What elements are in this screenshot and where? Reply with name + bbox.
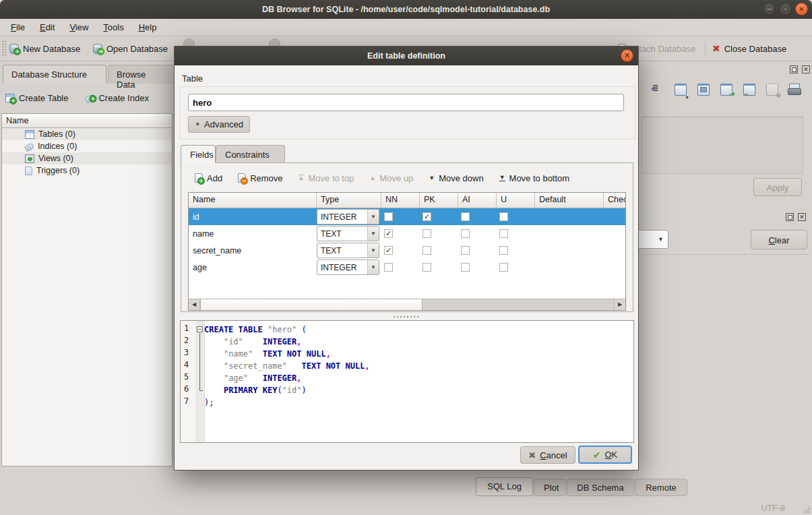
create-table-button[interactable]: Create Table: [5, 93, 68, 103]
column-header-check[interactable]: Check: [604, 193, 626, 208]
pk-checkbox[interactable]: [423, 246, 431, 255]
tab-database-structure[interactable]: Database Structure: [3, 65, 106, 84]
column-header-u[interactable]: U: [497, 193, 535, 208]
table-name-input[interactable]: [188, 94, 624, 111]
remove-button[interactable]: Remove: [238, 173, 282, 183]
check-cell[interactable]: [604, 225, 626, 242]
move-down-button[interactable]: ▼Move down: [429, 173, 483, 183]
field-name-cell[interactable]: secret_name: [189, 242, 317, 259]
default-cell[interactable]: [535, 225, 604, 242]
nn-checkbox[interactable]: ✓: [384, 246, 393, 255]
column-header-type[interactable]: Type: [317, 193, 381, 208]
default-cell[interactable]: [535, 259, 604, 276]
open-browser-icon[interactable]: ∞: [742, 82, 757, 97]
nn-checkbox[interactable]: ✓: [384, 229, 393, 238]
nn-checkbox[interactable]: [384, 212, 393, 221]
tab-sql-log[interactable]: SQL Log: [476, 477, 533, 496]
save-sql-file-icon[interactable]: [696, 82, 711, 97]
tab-db-schema[interactable]: DB Schema: [567, 479, 634, 496]
field-row-name[interactable]: nameTEXT▼✓: [189, 225, 625, 242]
toolbar-item-close-database[interactable]: ✖Close Database: [712, 40, 786, 57]
tab-fields[interactable]: Fields: [181, 145, 216, 163]
advanced-button[interactable]: ▼ Advanced: [188, 116, 250, 133]
cancel-button[interactable]: ✖ Cancel: [520, 446, 575, 464]
close-window-button[interactable]: ✕: [795, 3, 808, 16]
scroll-left-arrow[interactable]: ◀: [189, 299, 200, 310]
apply-button[interactable]: Apply: [753, 178, 802, 196]
u-checkbox[interactable]: [499, 229, 508, 238]
execute-sql-icon[interactable]: ➜: [719, 82, 734, 97]
default-cell[interactable]: [535, 208, 604, 225]
column-header-nn[interactable]: NN: [381, 193, 420, 208]
dock-close-icon[interactable]: ✕: [798, 213, 806, 221]
u-checkbox[interactable]: [499, 263, 508, 272]
field-row-id[interactable]: idINTEGER▼✓: [189, 208, 625, 225]
move-to-top-button[interactable]: ▲Move to top: [299, 173, 354, 183]
pk-checkbox[interactable]: [423, 229, 431, 238]
ai-checkbox[interactable]: [461, 246, 470, 255]
type-select[interactable]: INTEGER▼: [317, 260, 379, 275]
check-cell[interactable]: [604, 208, 626, 225]
column-header-name[interactable]: Name: [189, 193, 317, 208]
tab-plot[interactable]: Plot: [534, 479, 566, 496]
toggle-icon[interactable]: ⊖: [765, 82, 780, 97]
scrollbar-thumb[interactable]: [200, 299, 423, 310]
column-header-default[interactable]: Default: [535, 193, 604, 208]
type-select[interactable]: TEXT▼: [317, 226, 379, 241]
chevron-down-icon[interactable]: ▼: [367, 260, 379, 274]
encoding-indicator[interactable]: UTF-8: [761, 504, 785, 513]
print-icon[interactable]: [788, 82, 803, 97]
add-button[interactable]: Add: [195, 173, 222, 183]
create-index-button[interactable]: Create Index: [86, 93, 148, 103]
chevron-down-icon[interactable]: ▼: [367, 226, 379, 241]
horizontal-scrollbar[interactable]: ◀ ▶: [189, 299, 625, 310]
tab-constraints[interactable]: Constraints: [216, 145, 285, 163]
toolbar-item-open-database[interactable]: ➜Open Database: [93, 40, 168, 57]
toolbar-item-new-database[interactable]: +New Database: [9, 40, 80, 57]
ok-button[interactable]: ✔ OK: [578, 446, 632, 464]
tab-browse-data[interactable]: Browse Data: [108, 65, 175, 84]
field-name-cell[interactable]: id: [189, 208, 317, 225]
field-row-secret-name[interactable]: secret_nameTEXT▼✓: [189, 242, 625, 259]
default-cell[interactable]: [535, 242, 604, 259]
menu-item-file[interactable]: File: [4, 20, 32, 34]
field-name-cell[interactable]: age: [189, 259, 317, 276]
fold-collapse-icon[interactable]: −: [197, 326, 203, 332]
window-titlebar[interactable]: DB Browser for SQLite - /home/user/code/…: [0, 0, 812, 20]
resize-grip[interactable]: [802, 505, 811, 514]
menu-item-tools[interactable]: Tools: [96, 20, 130, 34]
u-checkbox[interactable]: [499, 212, 508, 221]
chevron-down-icon[interactable]: ▼: [367, 243, 379, 258]
ai-checkbox[interactable]: [461, 263, 470, 272]
tab-remote[interactable]: Remote: [635, 479, 687, 496]
tree-item-tables-0-[interactable]: Tables (0): [2, 128, 172, 140]
tree-item-triggers-0-[interactable]: Triggers (0): [2, 164, 172, 177]
splitter-handle[interactable]: [393, 315, 420, 319]
tree-item-views-0-[interactable]: Views (0): [2, 152, 172, 164]
nn-checkbox[interactable]: [384, 263, 393, 272]
menu-item-view[interactable]: View: [63, 20, 95, 34]
toolbar-drag-handle[interactable]: [2, 40, 6, 57]
ai-checkbox[interactable]: [461, 212, 470, 221]
minimize-button[interactable]: ─: [763, 3, 776, 16]
dock-float-icon[interactable]: [786, 213, 794, 221]
maximize-button[interactable]: ▫: [779, 3, 792, 16]
check-cell[interactable]: [604, 242, 626, 259]
menu-item-help[interactable]: Help: [132, 20, 164, 34]
move-up-button[interactable]: ▲Move up: [369, 173, 413, 183]
dock-close-icon[interactable]: ✕: [802, 65, 810, 73]
type-select[interactable]: TEXT▼: [317, 243, 379, 258]
column-header-ai[interactable]: AI: [458, 193, 497, 208]
tree-column-header-name[interactable]: Name: [2, 114, 172, 128]
chevron-down-icon[interactable]: ▼: [367, 210, 379, 224]
menu-item-edit[interactable]: Edit: [33, 20, 61, 34]
check-cell[interactable]: [604, 259, 626, 276]
clear-button[interactable]: Clear: [751, 230, 807, 249]
dialog-close-button[interactable]: ✕: [621, 49, 633, 62]
format-text-icon[interactable]: ≣✦: [650, 82, 665, 97]
dock-float-icon[interactable]: [790, 65, 798, 73]
u-checkbox[interactable]: [499, 246, 508, 255]
pk-checkbox[interactable]: [423, 263, 431, 272]
field-name-cell[interactable]: name: [189, 225, 317, 242]
open-sql-file-icon[interactable]: ▼: [673, 82, 688, 97]
